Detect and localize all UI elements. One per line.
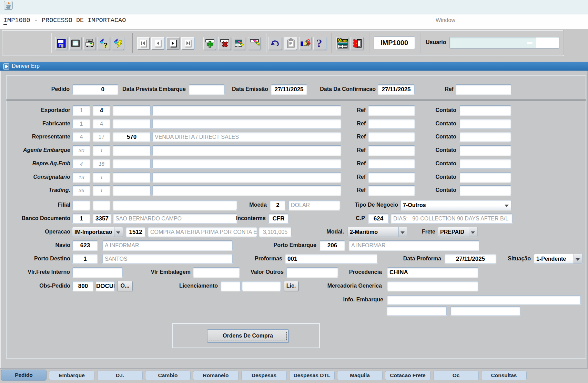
svg-text:?: ? — [316, 38, 322, 49]
svg-text:?: ? — [103, 41, 108, 49]
svg-text:Menu: Menu — [337, 38, 348, 43]
